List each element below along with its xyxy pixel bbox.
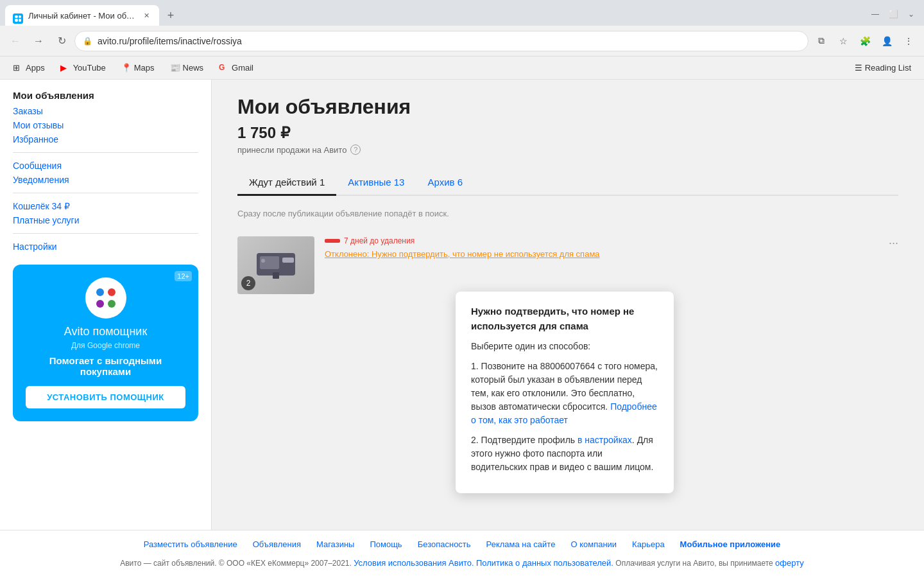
bookmark-news[interactable]: 📰 News [165, 60, 209, 76]
tab-waiting-actions-label: Ждут действий [249, 177, 317, 188]
sidebar-link-paid-services[interactable]: Платные услуги [13, 215, 198, 225]
svg-rect-2 [282, 258, 294, 263]
help-icon[interactable]: ? [350, 144, 361, 155]
reload-button[interactable]: ↻ [51, 31, 72, 51]
tab-archive[interactable]: Архив 6 [416, 170, 474, 196]
footer-offer-text: Оплачивая услуги на Авито, вы принимаете [615, 559, 773, 568]
reading-list-button[interactable]: ☰ Reading List [850, 60, 916, 75]
bookmark-star-button[interactable]: ☆ [833, 31, 853, 51]
bookmark-youtube[interactable]: ▶ YouTube [55, 60, 111, 76]
footer-tos-link[interactable]: Условия использования Авито. [354, 558, 474, 568]
window-minimize-button[interactable]: — [868, 6, 883, 22]
sidebar-divider-2 [13, 193, 198, 193]
apps-icon: ⊞ [13, 63, 23, 73]
svg-point-4 [261, 259, 265, 263]
footer-link-mobile-app[interactable]: Мобильное приложение [680, 539, 781, 549]
bookmark-apps[interactable]: ⊞ Apps [8, 60, 50, 76]
window-collapse-button[interactable]: ⌄ [903, 6, 919, 22]
tab-archive-label: Архив [427, 177, 454, 188]
sales-subtitle: принесли продажи на Авито ? [237, 144, 898, 155]
avito-assistant-banner: 12+ Avito помощник Для Google chrome [13, 265, 198, 421]
sidebar-link-settings[interactable]: Настройки [13, 241, 198, 252]
listing-image: 2 [237, 236, 314, 294]
banner-description: Помогает с выгодными покупками [26, 355, 185, 377]
tab-active-count: 13 [394, 177, 405, 188]
tooltip-box-content: Нужно подтвердить, что номер не использу… [456, 292, 674, 493]
back-button[interactable]: ← [5, 31, 26, 51]
page-title: Мои объявления [237, 95, 898, 119]
install-assistant-button[interactable]: УСТАНОВИТЬ ПОМОЩНИК [26, 386, 185, 408]
footer-link-listings[interactable]: Объявления [253, 539, 301, 549]
bookmark-gmail-label: Gmail [232, 63, 253, 73]
menu-button[interactable]: ⋮ [898, 31, 919, 51]
listing-status-area: 7 дней до удаления Отклонено: Нужно подт… [325, 236, 878, 259]
age-badge: 12+ [175, 271, 192, 281]
reading-list-label: Reading List [865, 63, 911, 73]
youtube-icon: ▶ [60, 63, 71, 73]
logo-dot-green [108, 300, 116, 308]
footer-link-career[interactable]: Карьера [632, 539, 665, 549]
main-content: Мои объявления 1 750 ₽ принесли продажи … [212, 80, 924, 530]
tooltip-choose: Выберите один из способов: [471, 340, 658, 353]
footer-offer-link[interactable]: оферту [775, 558, 804, 568]
tooltip-popup: Нужно подтвердить, что номер не использу… [456, 292, 674, 493]
tab-waiting-actions[interactable]: Ждут действий 1 [237, 170, 336, 196]
reading-list-icon: ☰ [855, 63, 862, 73]
extensions-button[interactable]: 🧩 [855, 31, 875, 51]
sidebar: Мои объявления Заказы Мои отзывы Избранн… [0, 80, 212, 530]
tab-active-label: Активные [348, 177, 391, 188]
profile-button[interactable]: 👤 [877, 31, 897, 51]
screenshot-button[interactable]: ⧉ [811, 31, 832, 51]
sidebar-section-title: Мои объявления [13, 90, 198, 101]
new-tab-button[interactable]: + [162, 6, 180, 24]
gmail-icon: G [219, 63, 229, 73]
sidebar-link-messages[interactable]: Сообщения [13, 161, 198, 171]
sidebar-divider-3 [13, 233, 198, 234]
footer-link-help[interactable]: Помощь [370, 539, 402, 549]
listing-rejected-status[interactable]: Отклонено: Нужно подтвердить, что номер … [325, 249, 878, 259]
tab-active[interactable]: Активные 13 [336, 170, 416, 196]
footer-privacy-link[interactable]: Политика о данных пользователей. [476, 558, 613, 568]
tooltip-step2-link[interactable]: в настройках [578, 435, 632, 445]
footer-link-post-ad[interactable]: Разместить объявление [144, 539, 237, 549]
sidebar-link-reviews[interactable]: Мои отзывы [13, 120, 198, 130]
logo-dot-red [108, 288, 116, 296]
bookmark-apps-label: Apps [26, 63, 45, 73]
footer-link-about[interactable]: О компании [570, 539, 617, 549]
tab-archive-count: 6 [458, 177, 463, 188]
tab-close-button[interactable]: ✕ [141, 10, 151, 21]
footer-link-safety[interactable]: Безопасность [418, 539, 471, 549]
sidebar-link-favorites[interactable]: Избранное [13, 134, 198, 144]
footer-link-shops[interactable]: Магазины [316, 539, 355, 549]
listings-tabs: Ждут действий 1 Активные 13 Архив 6 [237, 170, 898, 196]
active-tab[interactable]: Личный кабинет - Мои объяв... ✕ [5, 5, 159, 26]
footer-link-ads[interactable]: Реклама на сайте [486, 539, 556, 549]
image-count-badge: 2 [241, 276, 255, 290]
sales-subtitle-text: принесли продажи на Авито [237, 145, 346, 155]
bookmark-gmail[interactable]: G Gmail [214, 60, 259, 76]
days-indicator [325, 239, 340, 243]
bookmark-maps[interactable]: 📍 Maps [116, 60, 160, 76]
window-maximize-button[interactable]: ⬜ [886, 6, 901, 22]
nav-right-buttons: ⧉ ☆ 🧩 👤 ⋮ [811, 31, 919, 51]
bookmark-maps-label: Maps [134, 63, 155, 73]
address-bar[interactable]: 🔒 avito.ru/profile/items/inactive/rossiy… [74, 31, 809, 51]
forward-button[interactable]: → [28, 31, 49, 51]
banner-subtitle: Для Google chrome [26, 341, 185, 350]
url-text: avito.ru/profile/items/inactive/rossiya [98, 36, 800, 46]
product-image [250, 248, 302, 283]
svg-rect-3 [273, 272, 279, 279]
sidebar-divider-1 [13, 152, 198, 153]
sidebar-link-orders[interactable]: Заказы [13, 106, 198, 116]
banner-brand-sub: помощник [89, 325, 147, 338]
listing-more-button[interactable]: ··· [889, 236, 898, 250]
tab-waiting-actions-count: 1 [320, 177, 325, 188]
listing-days-warning: 7 дней до удаления [325, 236, 878, 245]
navigation-bar: ← → ↻ 🔒 avito.ru/profile/items/inactive/… [0, 26, 924, 57]
sidebar-link-wallet[interactable]: Кошелёк 34 ₽ [13, 201, 198, 211]
svg-rect-1 [260, 256, 279, 269]
sales-amount: 1 750 ₽ [237, 124, 898, 142]
avito-logo [85, 277, 126, 319]
sidebar-link-notifications[interactable]: Уведомления [13, 175, 198, 185]
bookmark-news-label: News [183, 63, 204, 73]
